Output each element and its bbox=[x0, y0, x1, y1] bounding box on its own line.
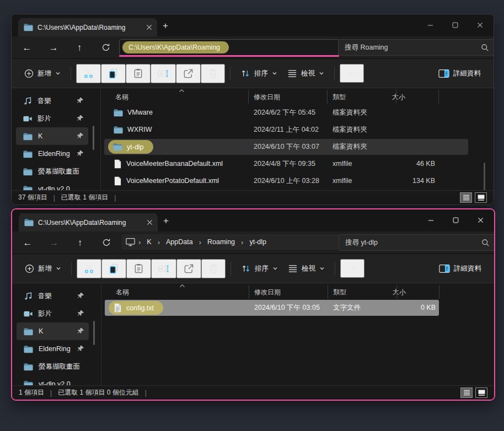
tab-roaming[interactable]: C:\Users\K\AppData\Roaming bbox=[18, 18, 157, 36]
column-header-0[interactable]: 名稱 bbox=[116, 288, 129, 297]
sidebar-item-k[interactable]: K bbox=[17, 322, 89, 340]
plus-circle-icon bbox=[25, 264, 34, 273]
sidebar-scrollbar[interactable] bbox=[93, 126, 94, 150]
column-header-2[interactable]: 類型 bbox=[333, 288, 346, 297]
cut-button[interactable] bbox=[76, 64, 101, 83]
close-button[interactable] bbox=[468, 209, 493, 230]
tab-close-icon[interactable] bbox=[144, 218, 154, 228]
rename-button[interactable] bbox=[151, 259, 176, 278]
file-icon bbox=[114, 126, 123, 134]
view-button[interactable]: 檢視 bbox=[283, 261, 330, 277]
sidebar-item-music[interactable]: 音樂 bbox=[16, 92, 88, 110]
thumbnail-view-toggle[interactable] bbox=[475, 192, 487, 203]
sort-arrows-icon bbox=[241, 263, 251, 273]
file-row-VoiceMeeterBananaDefault.xml[interactable]: VoiceMeeterBananaDefault.xml2024/4/8 下午 … bbox=[101, 155, 494, 173]
trash-icon bbox=[208, 68, 218, 79]
paste-button[interactable] bbox=[126, 259, 151, 278]
maximize-button[interactable] bbox=[443, 209, 468, 230]
sidebar-item-screenshots[interactable]: 螢幕擷取畫面 bbox=[16, 163, 88, 180]
sidebar-item-eldenring[interactable]: EldenRing bbox=[17, 340, 89, 358]
minimize-button[interactable] bbox=[418, 14, 443, 35]
breadcrumb-item-AppData[interactable]: AppData bbox=[163, 237, 196, 247]
sidebar-item-ytdlp-v2[interactable]: yt-dlp v2.0 bbox=[16, 180, 88, 190]
column-divider[interactable] bbox=[438, 90, 439, 104]
file-row-VMware[interactable]: VMware2024/6/2 下午 05:45檔案資料夾 bbox=[101, 104, 494, 121]
column-divider[interactable] bbox=[249, 285, 249, 299]
column-divider[interactable] bbox=[248, 90, 249, 104]
details-pane-button[interactable]: 詳細資料 bbox=[433, 66, 486, 82]
new-button[interactable]: 新增 bbox=[19, 66, 66, 82]
forward-button[interactable]: → bbox=[46, 235, 62, 250]
sidebar-item-music[interactable]: 音樂 bbox=[17, 287, 89, 305]
sidebar-item-eldenring[interactable]: EldenRing bbox=[16, 145, 88, 163]
refresh-button[interactable] bbox=[98, 40, 114, 55]
details-view-toggle[interactable] bbox=[460, 387, 473, 398]
details-view-toggle[interactable] bbox=[460, 192, 472, 203]
delete-button[interactable] bbox=[201, 259, 226, 278]
sidebar-item-k[interactable]: K bbox=[16, 127, 88, 145]
copy-button[interactable] bbox=[101, 64, 126, 83]
view-button[interactable]: 檢視 bbox=[282, 66, 329, 82]
share-button[interactable] bbox=[176, 64, 201, 83]
more-options-button[interactable] bbox=[340, 64, 364, 83]
window-controls bbox=[419, 209, 493, 230]
file-type: 檔案資料夾 bbox=[333, 121, 367, 138]
sidebar-item-ytdlp-v2[interactable]: yt-dlp v2.0 bbox=[17, 375, 89, 385]
folder-icon bbox=[23, 168, 33, 176]
file-row-yt-dlp[interactable]: yt-dlp2024/6/10 下午 03:07檔案資料夾 bbox=[101, 138, 494, 155]
back-button[interactable]: ← bbox=[20, 235, 35, 250]
file-row-VoiceMeeterPotatoDefault.xml[interactable]: VoiceMeeterPotatoDefault.xml2024/6/10 上午… bbox=[101, 173, 494, 190]
status-separator: | bbox=[114, 194, 116, 202]
copy-button[interactable] bbox=[101, 259, 126, 278]
details-pane-button[interactable]: 詳細資料 bbox=[434, 261, 486, 277]
sidebar-scrollbar[interactable] bbox=[93, 321, 95, 345]
tab-close-icon[interactable] bbox=[144, 23, 154, 33]
column-divider[interactable] bbox=[327, 90, 328, 104]
breadcrumb-item-yt-dlp[interactable]: yt-dlp bbox=[246, 237, 269, 247]
search-input[interactable]: 搜尋 yt-dlp bbox=[339, 234, 495, 251]
paste-button[interactable] bbox=[126, 64, 151, 83]
tab-roaming[interactable]: C:\Users\K\AppData\Roaming bbox=[19, 213, 158, 231]
column-header-3[interactable]: 大小 bbox=[392, 93, 405, 102]
column-divider[interactable] bbox=[396, 285, 397, 299]
forward-button[interactable]: → bbox=[46, 40, 61, 55]
up-button[interactable]: ↑ bbox=[72, 235, 88, 250]
sort-button[interactable]: 排序 bbox=[236, 260, 283, 277]
file-row-WXRIW[interactable]: WXRIW2024/2/11 上午 04:02檔案資料夾 bbox=[101, 121, 494, 138]
minimize-button[interactable] bbox=[419, 209, 443, 230]
column-divider[interactable] bbox=[328, 285, 328, 299]
sidebar-item-videos[interactable]: 影片 bbox=[16, 110, 88, 127]
more-options-button[interactable] bbox=[340, 259, 364, 278]
sidebar-item-screenshots[interactable]: 螢幕擷取畫面 bbox=[17, 358, 89, 375]
sidebar-item-videos[interactable]: 影片 bbox=[17, 305, 89, 322]
new-button[interactable]: 新增 bbox=[20, 261, 66, 277]
column-header-3[interactable]: 大小 bbox=[393, 288, 406, 297]
column-divider[interactable] bbox=[396, 90, 396, 104]
up-button[interactable]: ↑ bbox=[72, 40, 87, 55]
column-header-0[interactable]: 名稱 bbox=[115, 93, 128, 102]
sort-button[interactable]: 排序 bbox=[235, 65, 282, 82]
thumbnail-view-toggle[interactable] bbox=[475, 387, 487, 398]
search-input[interactable]: 搜尋 Roaming bbox=[338, 39, 494, 56]
file-list-scrollbar[interactable] bbox=[484, 163, 485, 190]
rename-button[interactable] bbox=[151, 64, 176, 83]
close-button[interactable] bbox=[468, 14, 492, 35]
details-panel-icon bbox=[439, 264, 450, 273]
new-tab-button[interactable]: + bbox=[159, 214, 173, 228]
breadcrumb-item-K[interactable]: K bbox=[144, 237, 154, 247]
column-header-1[interactable]: 修改日期 bbox=[254, 288, 281, 297]
column-divider[interactable] bbox=[439, 285, 439, 299]
address-input[interactable]: C:\Users\K\AppData\Roaming bbox=[119, 39, 339, 56]
refresh-button[interactable] bbox=[99, 235, 114, 250]
share-button[interactable] bbox=[176, 259, 201, 278]
column-header-1[interactable]: 修改日期 bbox=[254, 93, 280, 102]
back-button[interactable]: ← bbox=[19, 40, 35, 55]
maximize-button[interactable] bbox=[443, 14, 468, 35]
this-pc-icon[interactable] bbox=[126, 238, 135, 246]
column-header-2[interactable]: 類型 bbox=[333, 93, 346, 102]
cut-button[interactable] bbox=[77, 259, 101, 278]
new-tab-button[interactable]: + bbox=[158, 19, 173, 33]
delete-button[interactable] bbox=[201, 64, 225, 83]
file-row-config.txt[interactable]: config.txt2024/6/10 下午 03:05文字文件0 KB bbox=[101, 299, 494, 316]
breadcrumb-item-Roaming[interactable]: Roaming bbox=[205, 237, 238, 247]
